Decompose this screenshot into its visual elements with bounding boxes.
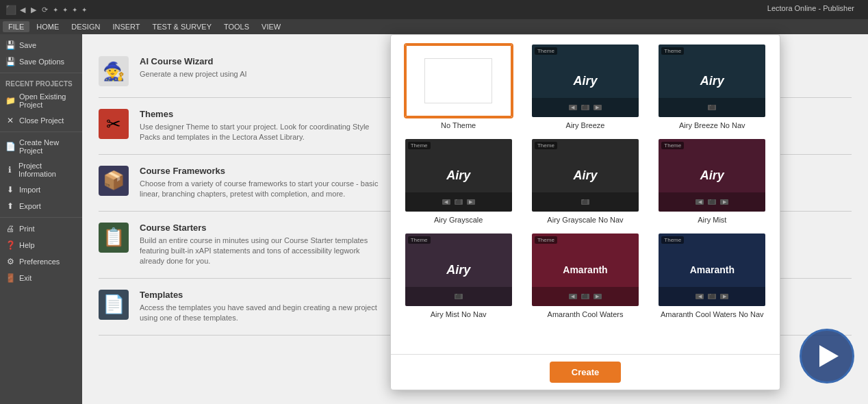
import-label: Import	[19, 186, 40, 194]
divider-1	[0, 73, 82, 73]
btn-3a: ◀	[442, 199, 450, 205]
theme-card-airy-breeze-nonav[interactable]: Theme Airy ⬛ Airy Breeze No Nav	[653, 43, 771, 129]
themes-icon: ✂	[106, 114, 121, 135]
stripe-1: ◀ ⬛ ▶	[532, 98, 639, 117]
btn-5b: ⬛	[708, 199, 716, 205]
starters-text: Course Starters Build an entire course i…	[140, 223, 386, 267]
import-icon: ⬇	[5, 185, 15, 194]
ai-wizard-icon-box: 🧙	[99, 56, 129, 86]
theme-tag-8: Theme	[661, 236, 684, 244]
export-icon: ⬆	[5, 201, 15, 211]
theme-card-airy-mist[interactable]: Theme Airy ◀ ⬛ ▶ Airy Mist	[653, 138, 771, 224]
theme-thumb-amaranth-cool-nonav: Theme Amaranth ◀ ⬛ ▶	[657, 232, 767, 307]
star2[interactable]: ✦	[61, 6, 69, 14]
theme-label-amaranth-cool-nonav: Amaranth Cool Waters No Nav	[661, 310, 764, 318]
folder-icon: 📁	[5, 96, 15, 105]
recent-projects-section: Recent Projects	[0, 76, 82, 89]
theme-card-airy-breeze[interactable]: Theme Airy ◀ ⬛ ▶ Airy Breeze	[526, 43, 644, 129]
starters-desc: Build an entire course in minutes using …	[140, 236, 386, 267]
theme-label-amaranth-cool: Amaranth Cool Waters	[548, 310, 624, 318]
nav-forward[interactable]: ▶	[29, 5, 38, 14]
theme-card-airy-grayscale[interactable]: Theme Airy ◀ ⬛ ▶ Airy Grayscale	[399, 138, 518, 224]
sidebar-item-import[interactable]: ⬇ Import	[0, 181, 82, 198]
sidebar-item-create-new[interactable]: 📄 Create New Project	[0, 135, 82, 158]
menu-insert[interactable]: INSERT	[107, 21, 145, 32]
btn-3c: ▶	[467, 199, 475, 205]
ai-wizard-icon: 🧙	[103, 61, 125, 82]
refresh[interactable]: ⟳	[40, 5, 50, 14]
menu-design[interactable]: DESIGN	[66, 21, 105, 32]
sidebar-item-save-options[interactable]: 💾 Save Options	[0, 53, 82, 70]
theme-tag-1: Theme	[535, 47, 557, 55]
theme-card-airy-grayscale-nonav[interactable]: Theme Airy ⬛ Airy Grayscale No Nav	[526, 138, 644, 224]
theme-thumb-airy-breeze: Theme Airy ◀ ⬛ ▶	[531, 43, 640, 118]
save-icon: 💾	[5, 40, 15, 50]
sidebar-item-exit[interactable]: 🚪 Exit	[0, 270, 82, 286]
menu-view[interactable]: VIEW	[256, 21, 286, 32]
theme-card-amaranth-cool[interactable]: Theme Amaranth ◀ ⬛ ▶ Amaranth Cool Water…	[526, 232, 644, 318]
menu-test[interactable]: TEST & SURVEY	[147, 21, 217, 32]
star3[interactable]: ✦	[71, 6, 79, 14]
create-button[interactable]: Create	[550, 362, 621, 383]
theme-label-no-theme: No Theme	[441, 121, 476, 129]
theme-tag-4: Theme	[535, 142, 557, 149]
play-button[interactable]	[800, 329, 854, 383]
sidebar-item-open-existing[interactable]: 📁 Open Existing Project	[0, 89, 82, 112]
save-options-icon: 💾	[5, 57, 15, 66]
airy-text-4: Airy	[573, 168, 597, 183]
close-project-label: Close Project	[19, 116, 64, 125]
play-triangle-icon	[819, 345, 839, 367]
stripe-7: ◀ ⬛ ▶	[532, 287, 639, 306]
btn-7b: ⬛	[581, 294, 589, 299]
stripe-6: ⬛	[405, 287, 512, 306]
themes-text: Themes Use designer Theme to start your …	[140, 109, 386, 143]
sidebar-item-help[interactable]: ❓ Help	[0, 237, 82, 253]
amaranth-text-2: Amaranth	[690, 264, 735, 275]
btn-6a: ⬛	[455, 294, 463, 299]
top-bar-controls: ⬛ ◀ ▶ ⟳ ✦ ✦ ✦ ✦	[5, 5, 88, 15]
starters-title: Course Starters	[140, 223, 386, 233]
templates-icon: 📄	[103, 294, 125, 315]
star4[interactable]: ✦	[80, 6, 88, 14]
modal-footer: Create	[391, 354, 780, 390]
theme-card-no-theme[interactable]: No Theme	[399, 43, 518, 129]
themes-scroll[interactable]: No Theme Theme Airy ◀ ⬛ ▶ Airy Breeze	[391, 35, 780, 354]
theme-tag-5: Theme	[661, 142, 684, 149]
app-icon: ⬛	[5, 5, 16, 15]
btn-8b: ⬛	[708, 294, 716, 299]
theme-thumb-airy-grayscale-nonav: Theme Airy ⬛	[531, 138, 640, 213]
project-info-label: Project Information	[18, 162, 77, 178]
theme-card-amaranth-cool-nonav[interactable]: Theme Amaranth ◀ ⬛ ▶ Amaranth Cool Water…	[653, 232, 771, 318]
sidebar-item-project-info[interactable]: ℹ Project Information	[0, 158, 82, 181]
btn-5c: ▶	[720, 199, 728, 205]
preferences-label: Preferences	[19, 257, 60, 266]
sidebar-item-close-project[interactable]: ✕ Close Project	[0, 112, 82, 129]
sidebar-item-preferences[interactable]: ⚙ Preferences	[0, 253, 82, 270]
theme-tag-7: Theme	[535, 236, 557, 244]
theme-thumb-no-theme	[404, 43, 513, 118]
star1[interactable]: ✦	[51, 6, 60, 14]
sidebar-item-save[interactable]: 💾 Save	[0, 37, 82, 53]
menu-tools[interactable]: TOOLS	[218, 21, 255, 32]
create-new-label: Create New Project	[19, 138, 77, 155]
ai-wizard-desc: Generate a new project using AI	[140, 69, 247, 79]
project-info-icon: ℹ	[5, 165, 14, 175]
themes-modal: No Theme Theme Airy ◀ ⬛ ▶ Airy Breeze	[390, 34, 780, 390]
menu-file[interactable]: FILE	[3, 21, 29, 32]
sidebar-item-print[interactable]: 🖨 Print	[0, 220, 82, 237]
divider-3	[0, 217, 82, 218]
sidebar-item-export[interactable]: ⬆ Export	[0, 198, 82, 214]
theme-card-airy-mist-nonav[interactable]: Theme Airy ⬛ Airy Mist No Nav	[399, 232, 518, 318]
menu-home[interactable]: HOME	[31, 21, 64, 32]
templates-icon-box: 📄	[99, 290, 129, 320]
theme-tag-2: Theme	[661, 47, 684, 55]
theme-thumb-airy-mist: Theme Airy ◀ ⬛ ▶	[657, 138, 767, 213]
btn-1c: ▶	[593, 105, 602, 110]
nav-back[interactable]: ◀	[18, 5, 27, 14]
print-icon: 🖨	[5, 224, 15, 233]
templates-text: Templates Access the templates you have …	[140, 290, 386, 324]
frameworks-icon: 📦	[103, 170, 125, 191]
exit-icon: 🚪	[5, 273, 15, 283]
btn-5a: ◀	[695, 199, 704, 205]
save-options-label: Save Options	[19, 58, 64, 66]
